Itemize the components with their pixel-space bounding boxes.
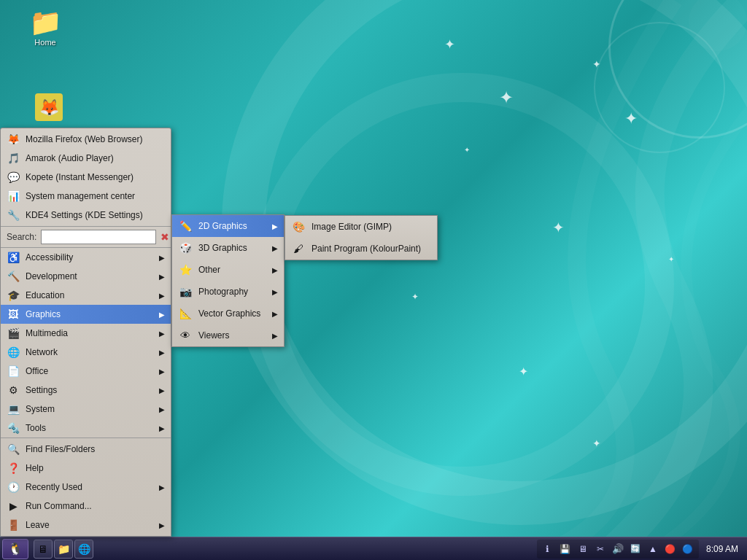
other-arrow: ▶ (272, 266, 278, 274)
menu-item-tools[interactable]: 🔩 Tools ▶ (1, 419, 171, 438)
vector-icon: 📐 (178, 306, 193, 321)
search-clear-icon[interactable]: ✖ (160, 231, 169, 243)
submenu-other[interactable]: ⭐ Other ▶ (172, 259, 284, 281)
footer-section: 🔍 Find Files/Folders ❓ Help 🕐 Recently U… (1, 438, 171, 536)
2d-graphics-arrow: ▶ (272, 222, 278, 230)
3d-graphics-icon: 🎲 (178, 241, 193, 255)
firefox-label: Mozilla Firefox (Web Browser) (26, 134, 142, 144)
menu-item-sysmanager[interactable]: 📊 System management center (1, 187, 171, 206)
menu-item-office[interactable]: 📄 Office ▶ (1, 362, 171, 381)
submenu-gimp[interactable]: 🎨 Image Editor (GIMP) (285, 216, 437, 238)
settings-arrow: ▶ (159, 386, 165, 394)
sparkle-5: ✦ (411, 292, 419, 302)
menu-item-amarok[interactable]: 🎵 Amarok (Audio Player) (1, 149, 171, 168)
home-label: Home (16, 38, 74, 47)
findfiles-label: Find Files/Folders (26, 444, 95, 454)
taskbar-btn-2-icon: 📁 (58, 543, 70, 555)
menu-item-accessibility[interactable]: ♿ Accessibility ▶ (1, 248, 171, 267)
menu-item-kde4settings[interactable]: 🔧 KDE4 Settings (KDE Settings) (1, 206, 171, 225)
taskbar-btn-3-icon: 🌐 (78, 543, 90, 555)
findfiles-icon: 🔍 (7, 443, 20, 456)
kopete-label: Kopete (Instant Messenger) (26, 172, 133, 182)
3d-graphics-arrow: ▶ (272, 244, 278, 252)
gimp-icon: 🎨 (291, 219, 306, 234)
menu-item-run[interactable]: ▶ Run Command... (1, 497, 171, 516)
submenu-viewers[interactable]: 👁 Viewers ▶ (172, 324, 284, 346)
taskbar-btn-1[interactable]: 🖥 (34, 540, 53, 559)
clock: 8:09 AM (702, 542, 743, 556)
kde4settings-label: KDE4 Settings (KDE Settings) (26, 210, 143, 220)
tray-clipboard[interactable]: ✂ (592, 541, 608, 557)
deco-waves (236, 0, 747, 560)
menu-item-education[interactable]: 🎓 Education ▶ (1, 286, 171, 305)
taskbar: 🐧 🖥 📁 🌐 ℹ 💾 🖥 ✂ 🔊 🔄 ▲ 🔴 (0, 537, 747, 560)
desktop: ✦ ✦ ✦ ✦ ✦ ✦ ✦ ✦ ✦ ✦ 📁 Home 🦊 ALT Linux 6… (0, 0, 747, 560)
taskbar-btn-2[interactable]: 📁 (54, 540, 73, 559)
accessibility-arrow: ▶ (159, 254, 165, 262)
submenu-3d-graphics[interactable]: 🎲 3D Graphics ▶ (172, 237, 284, 259)
other-icon: ⭐ (178, 262, 193, 277)
home-folder-icon[interactable]: 📁 Home (16, 7, 74, 47)
help-label: Help (26, 463, 44, 473)
settings-icon: ⚙ (7, 384, 20, 397)
menu-item-development[interactable]: 🔨 Development ▶ (1, 267, 171, 286)
menu-item-network[interactable]: 🌐 Network ▶ (1, 343, 171, 362)
tray-red[interactable]: 🔴 (662, 541, 678, 557)
tray-blue[interactable]: 🔵 (680, 541, 696, 557)
menu-item-settings[interactable]: ⚙ Settings ▶ (1, 381, 171, 400)
start-button[interactable]: 🐧 (2, 539, 28, 559)
menu-item-kopete[interactable]: 💬 Kopete (Instant Messenger) (1, 168, 171, 187)
menu-item-recently-used[interactable]: 🕐 Recently Used ▶ (1, 478, 171, 497)
tray-disk[interactable]: 💾 (557, 541, 573, 557)
search-input[interactable] (41, 230, 156, 244)
menu-item-graphics[interactable]: 🖼 Graphics ▶ (1, 305, 171, 324)
office-icon: 📄 (7, 365, 20, 378)
submenu-photography[interactable]: 📷 Photography ▶ (172, 281, 284, 303)
education-label: Education (26, 290, 64, 300)
amarok-label: Amarok (Audio Player) (26, 153, 114, 163)
tray-volume[interactable]: 🔊 (610, 541, 626, 557)
menu-item-multimedia[interactable]: 🎬 Multimedia ▶ (1, 324, 171, 343)
network-arrow: ▶ (159, 349, 165, 357)
sparkle-1: ✦ (499, 88, 514, 108)
taskbar-btn-3[interactable]: 🌐 (74, 540, 93, 559)
leave-label: Leave (26, 520, 50, 530)
network-icon: 🌐 (7, 346, 20, 359)
sysmanager-icon: 📊 (7, 190, 20, 203)
svg-text:🦊: 🦊 (39, 98, 60, 117)
submenu-vector[interactable]: 📐 Vector Graphics ▶ (172, 303, 284, 324)
viewers-icon: 👁 (178, 328, 193, 343)
graphics-label: Graphics (26, 309, 61, 319)
taskbar-btn-1-icon: 🖥 (38, 543, 48, 555)
multimedia-arrow: ▶ (159, 330, 165, 338)
tray-info[interactable]: ℹ (540, 541, 556, 557)
submenu-2d-graphics[interactable]: ✏️ 2D Graphics ▶ (172, 215, 284, 237)
menu-item-firefox[interactable]: 🦊 Mozilla Firefox (Web Browser) (1, 130, 171, 149)
graphics-icon: 🖼 (7, 308, 20, 321)
menu-item-system[interactable]: 💻 System ▶ (1, 400, 171, 419)
accessibility-icon: ♿ (7, 251, 20, 264)
recently-used-icon: 🕐 (7, 481, 20, 494)
menu-item-help[interactable]: ❓ Help (1, 459, 171, 478)
altlinux-logo: 🦊 (29, 88, 69, 127)
tray-arrow[interactable]: ▲ (645, 541, 661, 557)
taskbar-apps: 🖥 📁 🌐 (34, 540, 93, 559)
submenu-kolourpaint[interactable]: 🖌 Paint Program (KolourPaint) (285, 238, 437, 260)
tray-display[interactable]: 🖥 (575, 541, 591, 557)
menu-item-leave[interactable]: 🚪 Leave ▶ (1, 516, 171, 534)
network-label: Network (26, 347, 58, 357)
start-icon: 🐧 (8, 542, 23, 556)
viewers-label: Viewers (198, 330, 229, 341)
menu-item-findfiles[interactable]: 🔍 Find Files/Folders (1, 440, 171, 459)
submenu-graphics: ✏️ 2D Graphics ▶ 🎲 3D Graphics ▶ ⭐ Other… (171, 214, 285, 347)
run-icon: ▶ (7, 499, 20, 513)
system-icon: 💻 (7, 402, 20, 416)
categories-section: ♿ Accessibility ▶ 🔨 Development ▶ 🎓 Educ… (1, 248, 171, 438)
system-arrow: ▶ (159, 405, 165, 413)
tray-network[interactable]: 🔄 (627, 541, 643, 557)
education-icon: 🎓 (7, 289, 20, 302)
office-label: Office (26, 366, 48, 376)
gimp-label: Image Editor (GIMP) (311, 222, 392, 232)
leave-icon: 🚪 (7, 518, 20, 532)
kolourpaint-label: Paint Program (KolourPaint) (311, 244, 421, 254)
